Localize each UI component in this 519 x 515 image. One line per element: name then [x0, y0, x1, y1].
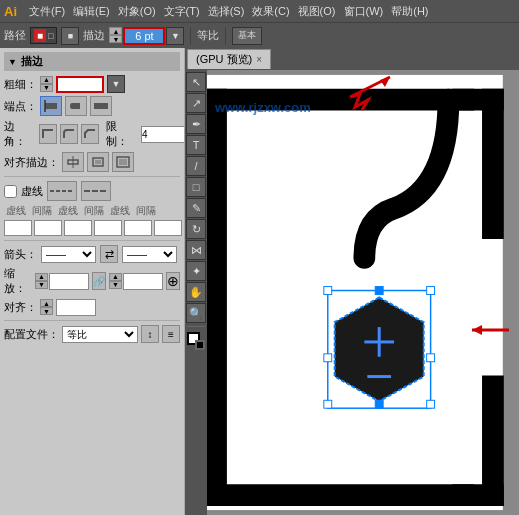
align2-up[interactable]: ▲ — [40, 299, 53, 307]
arrow-start-select[interactable]: —— — [41, 246, 96, 263]
svg-rect-29 — [375, 400, 383, 408]
tool-hand[interactable]: ✋ — [186, 282, 206, 302]
cap-square-btn[interactable] — [90, 96, 112, 116]
stroke-spinbox[interactable]: ▲ ▼ — [109, 27, 122, 44]
stroke-spin-up[interactable]: ▲ — [109, 27, 122, 35]
stroke-color-swatch[interactable]: ■ — [34, 29, 46, 42]
tab-name: (GPU 预览) — [196, 52, 252, 67]
menu-effect[interactable]: 效果(C) — [252, 4, 289, 19]
dash-val1[interactable] — [4, 220, 32, 236]
tab-close-btn[interactable]: × — [256, 54, 262, 65]
adjust-scale-btn[interactable]: ⊕ — [166, 272, 180, 290]
weight-input[interactable]: 6 pt — [56, 76, 104, 93]
svg-rect-18 — [228, 112, 436, 483]
stroke-icon: □ — [48, 31, 53, 41]
menu-text[interactable]: 文字(T) — [164, 4, 200, 19]
corner-miter-btn[interactable] — [39, 124, 57, 144]
cap-row: 端点： — [4, 96, 180, 116]
scale-label: 缩放： — [4, 266, 32, 296]
scale2-down[interactable]: ▼ — [109, 281, 122, 289]
align-center-btn[interactable] — [62, 152, 84, 172]
dash-option2[interactable] — [81, 181, 111, 201]
align-inside-btn[interactable] — [87, 152, 109, 172]
tool-blend[interactable]: ⋈ — [186, 240, 206, 260]
corner-round-btn[interactable] — [60, 124, 78, 144]
link-scale-btn[interactable]: 🔗 — [92, 272, 106, 290]
arrow-end-select[interactable]: —— — [122, 246, 177, 263]
menu-view[interactable]: 视图(O) — [298, 4, 336, 19]
canvas-tab[interactable]: (GPU 预览) × — [187, 49, 271, 69]
align2-down[interactable]: ▼ — [40, 307, 53, 315]
tool-direct-select[interactable]: ↗ — [186, 93, 206, 113]
cap-butt-btn[interactable] — [40, 96, 62, 116]
panel-title-arrow: ▼ — [8, 57, 17, 67]
weight-row: 粗细： ▲ ▼ 6 pt ▼ — [4, 75, 180, 93]
stroke-spin-down[interactable]: ▼ — [109, 35, 122, 43]
profile-flip-btn[interactable]: ↕ — [141, 325, 159, 343]
dash-h4: 间隔 — [82, 204, 106, 218]
canvas-content: www.rjzxw.com — [185, 70, 519, 515]
svg-rect-2 — [94, 103, 108, 109]
dash-option1[interactable] — [47, 181, 77, 201]
menu-edit[interactable]: 编辑(E) — [73, 4, 110, 19]
scale1-spinner[interactable]: ▲ ▼ — [35, 273, 48, 290]
align2-input[interactable] — [56, 299, 96, 316]
svg-rect-28 — [324, 400, 332, 408]
dash-h2: 间隔 — [30, 204, 54, 218]
scale2-up[interactable]: ▲ — [109, 273, 122, 281]
menu-select[interactable]: 选择(S) — [208, 4, 245, 19]
arrow-row: 箭头： —— ⇄ —— — [4, 245, 180, 263]
canvas-svg — [185, 70, 519, 515]
weight-spinner[interactable]: ▲ ▼ — [40, 76, 53, 93]
dash-label: 虚线 — [21, 184, 43, 199]
weight-label: 粗细： — [4, 77, 37, 92]
scale1-input[interactable]: 100% — [49, 273, 89, 290]
dash-val5[interactable] — [124, 220, 152, 236]
dash-val3[interactable] — [64, 220, 92, 236]
dash-val4[interactable] — [94, 220, 122, 236]
stroke-dropdown-btn[interactable]: ▼ — [166, 27, 184, 45]
weight-spin-down[interactable]: ▼ — [40, 84, 53, 92]
tool-select[interactable]: ↖ — [186, 72, 206, 92]
weight-dropdown[interactable]: ▼ — [107, 75, 125, 93]
profile-option-btn[interactable]: ≡ — [162, 325, 180, 343]
tool-type[interactable]: T — [186, 135, 206, 155]
dash-inputs-row: 虚线 间隔 虚线 间隔 虚线 间隔 — [4, 204, 180, 218]
weight-spin-up[interactable]: ▲ — [40, 76, 53, 84]
swap-arrows-btn[interactable]: ⇄ — [100, 245, 118, 263]
dash-val2[interactable] — [34, 220, 62, 236]
profile-select[interactable]: 等比 — [62, 326, 138, 343]
scale1-up[interactable]: ▲ — [35, 273, 48, 281]
color-fill-stroke[interactable] — [187, 332, 205, 350]
tool-brush[interactable]: ✎ — [186, 198, 206, 218]
dash-val6[interactable] — [154, 220, 182, 236]
tool-eyedropper[interactable]: ✦ — [186, 261, 206, 281]
dash-h1: 虚线 — [4, 204, 28, 218]
align2-spinner[interactable]: ▲ ▼ — [40, 299, 53, 316]
scale2-spinner[interactable]: ▲ ▼ — [109, 273, 122, 290]
tool-rect[interactable]: □ — [186, 177, 206, 197]
stroke-value-input[interactable]: 6 pt — [123, 27, 165, 45]
separator3 — [4, 320, 180, 321]
menu-object[interactable]: 对象(O) — [118, 4, 156, 19]
square-btn[interactable]: ■ — [61, 27, 79, 45]
scale2-input[interactable]: 100% — [123, 273, 163, 290]
menu-window[interactable]: 窗口(W) — [344, 4, 384, 19]
stroke-label: 描边 — [83, 28, 105, 43]
svg-rect-0 — [45, 103, 57, 109]
corner-bevel-btn[interactable] — [81, 124, 99, 144]
red-arrow-shape — [464, 315, 514, 347]
tool-pen[interactable]: ✒ — [186, 114, 206, 134]
limit-input[interactable] — [141, 126, 185, 143]
dash-checkbox[interactable] — [4, 185, 17, 198]
scale1-down[interactable]: ▼ — [35, 281, 48, 289]
align-outside-btn[interactable] — [112, 152, 134, 172]
arrow-label: 箭头： — [4, 247, 37, 262]
menu-file[interactable]: 文件(F) — [29, 4, 65, 19]
tool-zoom[interactable]: 🔍 — [186, 303, 206, 323]
basic-btn[interactable]: 基本 — [232, 27, 262, 45]
tool-line[interactable]: / — [186, 156, 206, 176]
tool-rotate[interactable]: ↻ — [186, 219, 206, 239]
menu-help[interactable]: 帮助(H) — [391, 4, 428, 19]
cap-round-btn[interactable] — [65, 96, 87, 116]
